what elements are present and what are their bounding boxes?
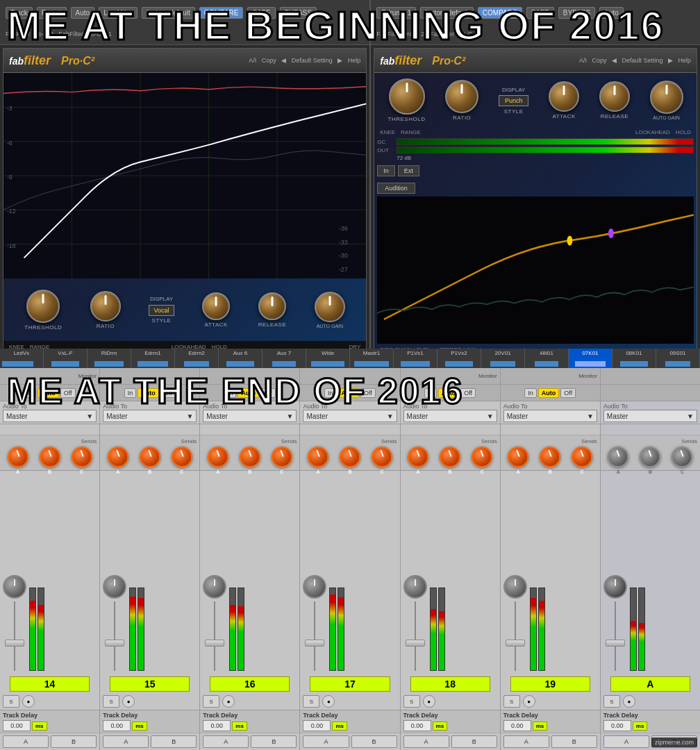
punch-label-right[interactable]: Punch	[499, 95, 529, 106]
track-item-p1vx1[interactable]: P1Vx1	[394, 349, 438, 368]
track-item-edrm1[interactable]: Edrm1	[131, 349, 175, 368]
track-item-ridrm[interactable]: RiDrm	[88, 349, 131, 368]
mute-btn-17[interactable]: ●	[322, 695, 335, 708]
track-item-aux7[interactable]: Aux 7	[262, 349, 306, 368]
solo-btn-a[interactable]: S	[603, 695, 620, 708]
a-btn-17[interactable]: A	[303, 735, 349, 748]
track-item-mastr1[interactable]: Mastr1	[350, 349, 394, 368]
mute-btn-14[interactable]: ●	[22, 695, 35, 708]
mute-btn-16[interactable]: ●	[222, 695, 235, 708]
send-c-knob-a[interactable]	[672, 447, 692, 467]
send-b-knob-18[interactable]	[440, 447, 460, 467]
vocal-preset[interactable]: Vocal	[149, 305, 174, 316]
send-a-knob-18[interactable]	[408, 447, 428, 467]
track-item-09s01[interactable]: 09S01	[656, 349, 700, 368]
fader-handle-14[interactable]	[5, 640, 24, 647]
send-c-knob-17[interactable]	[372, 447, 392, 467]
b-btn-15[interactable]: B	[151, 735, 197, 748]
threshold-knob-right[interactable]: THRESHOLD	[388, 78, 426, 122]
ext-btn-right[interactable]: Ext	[398, 165, 419, 176]
track-delay-val-17[interactable]: 0.00	[303, 720, 331, 731]
release-knob-left[interactable]: RELEASE	[258, 292, 286, 328]
mute-btn-15[interactable]: ●	[122, 695, 135, 708]
ratio-knob-right-control[interactable]	[445, 80, 478, 113]
send-a-knob-14[interactable]	[8, 447, 28, 467]
mute-btn-a[interactable]: ●	[623, 695, 635, 708]
track-item-vxlf[interactable]: VxL-F	[44, 349, 88, 368]
ratio-knob-right[interactable]: RATIO	[445, 80, 478, 121]
b-btn-18[interactable]: B	[451, 735, 497, 748]
send-b-knob-19[interactable]	[540, 447, 560, 467]
fader-knob-a[interactable]	[603, 575, 627, 599]
send-c-knob-16[interactable]	[272, 447, 292, 467]
a-btn-15[interactable]: A	[103, 735, 149, 748]
threshold-knob-right-control[interactable]	[389, 78, 425, 115]
fader-knob-14[interactable]	[3, 575, 26, 599]
audition-btn[interactable]: Audition	[377, 183, 415, 194]
fader-knob-15[interactable]	[103, 575, 126, 599]
track-item-wide[interactable]: Wide	[306, 349, 350, 368]
fader-line-15[interactable]	[114, 601, 115, 671]
send-a-knob-19[interactable]	[508, 447, 528, 467]
send-a-knob-15[interactable]	[108, 447, 128, 467]
b-btn-14[interactable]: B	[51, 735, 97, 748]
send-c-knob-19[interactable]	[572, 447, 592, 467]
a-btn-19[interactable]: A	[503, 735, 549, 748]
auto-gain-knob-right[interactable]: AUTO GAIN	[650, 81, 683, 120]
send-b-knob-16[interactable]	[240, 447, 260, 467]
ratio-knob-left[interactable]: RATIO	[90, 291, 121, 329]
attack-knob-left[interactable]: ATTACK	[202, 292, 230, 328]
audio-to-select-a[interactable]: Master ▼	[603, 410, 697, 422]
b-btn-16[interactable]: B	[251, 735, 297, 748]
track-item-07k01[interactable]: 07K01	[569, 349, 612, 368]
threshold-knob-left-control[interactable]	[26, 290, 60, 323]
off-btn-19[interactable]: Off	[560, 388, 576, 398]
send-b-knob-15[interactable]	[140, 447, 160, 467]
fader-line-a[interactable]	[615, 601, 616, 671]
fader-knob-17[interactable]	[303, 575, 326, 599]
solo-btn-19[interactable]: S	[503, 695, 520, 708]
send-c-knob-18[interactable]	[472, 447, 492, 467]
send-b-knob-17[interactable]	[340, 447, 360, 467]
attack-knob-right[interactable]: ATTACK	[549, 81, 579, 119]
solo-btn-14[interactable]: S	[3, 695, 19, 708]
track-item-p1vx2[interactable]: P1Vx2	[438, 349, 481, 368]
attack-knob-left-control[interactable]	[202, 292, 230, 320]
solo-btn-15[interactable]: S	[103, 695, 119, 708]
a-btn-16[interactable]: A	[203, 735, 249, 748]
in-btn-19[interactable]: In	[524, 388, 537, 398]
fader-knob-16[interactable]	[203, 575, 226, 599]
track-delay-val-16[interactable]: 0.00	[203, 720, 231, 731]
release-knob-right[interactable]: RELEASE	[599, 81, 630, 119]
auto-gain-knob-left[interactable]: AUTO GAIN	[315, 292, 345, 328]
send-a-knob-16[interactable]	[208, 447, 228, 467]
track-delay-val-14[interactable]: 0.00	[3, 720, 31, 731]
track-item-aux6[interactable]: Aux 6	[219, 349, 262, 368]
track-item-08k01[interactable]: 08K01	[612, 349, 656, 368]
track-item-48i01[interactable]: 48I01	[525, 349, 569, 368]
send-b-knob-a[interactable]	[640, 447, 660, 467]
solo-btn-17[interactable]: S	[303, 695, 319, 708]
track-delay-val-15[interactable]: 0.00	[103, 720, 131, 731]
solo-btn-18[interactable]: S	[403, 695, 420, 708]
fader-line-17[interactable]	[314, 601, 315, 671]
mute-btn-19[interactable]: ●	[523, 695, 535, 708]
fader-line-16[interactable]	[214, 601, 215, 671]
fader-handle-16[interactable]	[205, 640, 224, 647]
auto-gain-knob-left-control[interactable]	[315, 292, 345, 322]
auto-gain-knob-right-control[interactable]	[650, 81, 683, 114]
track-delay-val-19[interactable]: 0.00	[503, 720, 531, 731]
fader-handle-19[interactable]	[506, 640, 525, 647]
fader-knob-18[interactable]	[403, 575, 427, 599]
fader-handle-17[interactable]	[305, 640, 324, 647]
audio-to-select-19[interactable]: Master ▼	[503, 410, 597, 422]
attack-knob-right-control[interactable]	[549, 81, 579, 112]
b-btn-17[interactable]: B	[351, 735, 397, 748]
track-item-ledvx[interactable]: LedVx	[0, 349, 44, 368]
track-item-edrm2[interactable]: Edrm2	[175, 349, 219, 368]
a-btn-18[interactable]: A	[403, 735, 449, 748]
send-a-knob-a[interactable]	[608, 447, 628, 467]
b-btn-19[interactable]: B	[551, 735, 597, 748]
fader-handle-18[interactable]	[406, 640, 425, 647]
fader-handle-15[interactable]	[105, 640, 124, 647]
